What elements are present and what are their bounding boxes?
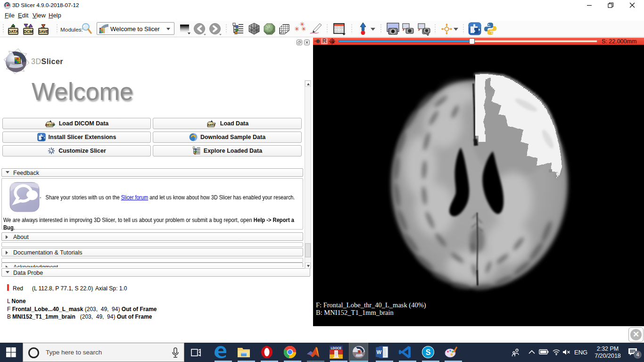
svg-text:DATA: DATA (207, 123, 215, 126)
svg-text:DICOM: DICOM (45, 123, 55, 126)
svg-text:S: S (426, 348, 431, 356)
svg-text:LDOCE: LDOCE (331, 346, 342, 350)
svg-text:W: W (377, 349, 382, 355)
svg-text:DATA: DATA (8, 29, 18, 34)
svg-text:DCM: DCM (24, 29, 33, 34)
svg-text:SAVE: SAVE (38, 29, 49, 34)
